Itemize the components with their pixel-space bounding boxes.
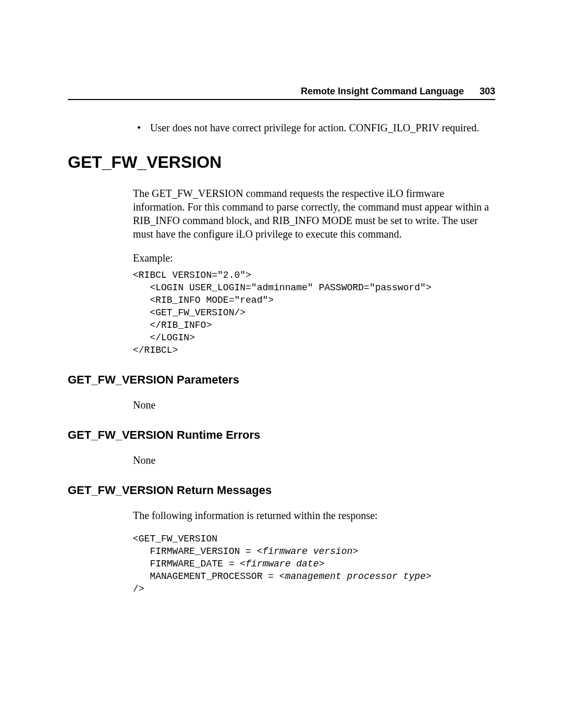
example-label: Example: (133, 251, 495, 265)
code-italic-firmware-date: <firmware date> (240, 559, 324, 569)
header-section-title: Remote Insight Command Language (301, 86, 464, 97)
return-messages-body: The following information is returned wi… (133, 509, 495, 522)
page-header: Remote Insight Command Language 303 (68, 86, 495, 100)
parameters-body: None (133, 398, 495, 412)
bullet-marker: • (137, 121, 141, 134)
description-paragraph: The GET_FW_VERSION command requests the … (133, 187, 495, 241)
code-mid1: FIRMWARE_DATE = (133, 559, 240, 569)
code-italic-firmware-version: <firmware version> (257, 546, 358, 557)
return-messages-heading: GET_FW_VERSION Return Messages (68, 484, 495, 497)
runtime-errors-heading: GET_FW_VERSION Runtime Errors (68, 428, 495, 442)
bullet-text: User does not have correct privilege for… (150, 121, 479, 134)
code-example: <RIBCL VERSION="2.0"> <LOGIN USER_LOGIN=… (133, 269, 495, 356)
bullet-item: • User does not have correct privilege f… (138, 121, 495, 134)
parameters-heading: GET_FW_VERSION Parameters (68, 373, 495, 387)
return-code-example: <GET_FW_VERSION FIRMWARE_VERSION = <firm… (133, 533, 495, 595)
code-post: /> (133, 584, 144, 594)
code-mid2: MANAGEMENT_PROCESSOR = (133, 571, 279, 582)
header-page-number: 303 (480, 86, 495, 97)
page-content: Remote Insight Command Language 303 • Us… (0, 0, 563, 595)
main-heading: GET_FW_VERSION (68, 153, 495, 172)
code-pre: <GET_FW_VERSION FIRMWARE_VERSION = (133, 534, 257, 557)
runtime-errors-body: None (133, 453, 495, 467)
code-italic-mgmt-processor: <management processor type> (279, 571, 432, 582)
